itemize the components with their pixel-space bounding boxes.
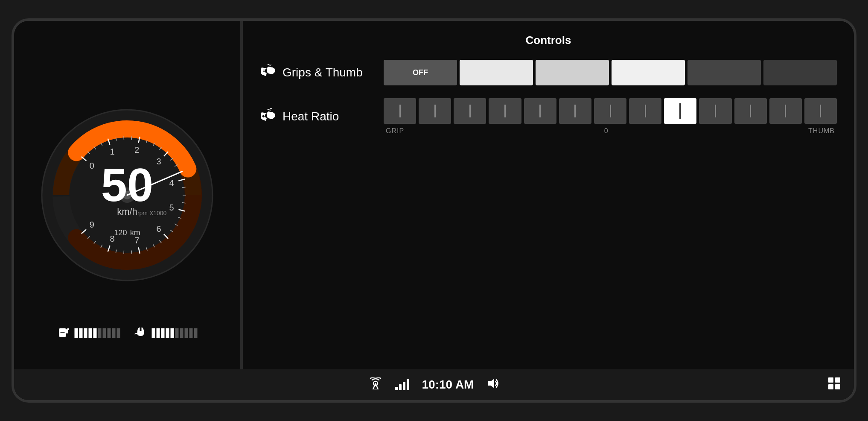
fuel-bars [74,328,120,338]
signal-bar-3 [403,382,405,390]
svg-line-37 [131,251,132,254]
signal-bar-1 [395,387,398,390]
svg-rect-66 [828,384,833,389]
heat-level-3-button[interactable] [612,60,685,85]
signal-bar-4 [407,379,409,390]
speedometer: 0123456789 50 km/h rpm X1000 120 km [38,105,217,285]
distance-value: 120 [114,228,127,237]
heat-off-button[interactable]: OFF [384,60,457,85]
ratio-segment-4[interactable] [524,98,556,124]
heat-level-2-button[interactable] [536,60,609,85]
svg-rect-64 [828,377,833,383]
ratio-segment-2[interactable] [454,98,486,124]
connection-icon [369,377,382,392]
grips-thumb-label-area: Grips & Thumb [260,64,371,82]
grid-icon[interactable] [827,377,841,393]
speed-value: 50 [101,161,153,208]
heat-level-4-button[interactable] [687,60,761,85]
svg-rect-54 [60,332,64,333]
ratio-segment-0[interactable] [384,98,416,124]
svg-text:3: 3 [157,157,161,166]
distance-display: 120 km [114,225,140,238]
ratio-segment-6[interactable] [594,98,626,124]
svg-rect-53 [67,328,69,330]
svg-text:9: 9 [90,220,94,229]
heat-ratio-label: Heat Ratio [283,110,339,123]
heat-selector: OFF [384,60,837,85]
svg-text:6: 6 [157,224,161,234]
ratio-segment-1[interactable] [419,98,451,124]
signal-bar-2 [399,384,402,390]
ratio-segment-5[interactable] [559,98,591,124]
temp-icon [133,325,148,342]
svg-text:1: 1 [110,147,114,156]
speed-display: 50 km/h [101,161,153,217]
distance-unit: km [130,228,140,237]
grip-label: GRIP [386,127,404,135]
svg-text:0: 0 [90,161,94,170]
svg-text:2: 2 [134,145,139,155]
heat-ratio-label-area: Heat Ratio [260,108,371,126]
main-content: 0123456789 50 km/h rpm X1000 120 km [14,21,854,369]
status-bar: 10:10 AM [14,369,854,400]
thumb-label: THUMB [808,127,835,135]
heat-ratio-icon [260,108,276,126]
svg-rect-65 [835,377,840,383]
heat-ratio-container: GRIP 0 THUMB [384,98,837,135]
ratio-segment-7[interactable] [629,98,661,124]
ratio-segment-9[interactable] [699,98,731,124]
heat-ratio-row: Heat Ratio GRIP 0 THUMB [260,98,837,135]
ratio-slider-track[interactable] [384,98,837,124]
grips-thumb-label: Grips & Thumb [283,66,363,79]
temp-bars [151,328,197,338]
ratio-labels: GRIP 0 THUMB [384,127,837,135]
grips-icon [260,64,276,82]
grips-thumb-row: Grips & Thumb OFF [260,60,837,85]
volume-icon[interactable] [486,377,499,392]
center-label: 0 [604,127,609,135]
svg-line-9 [131,136,132,140]
rpm-label: rpm X1000 [137,210,166,216]
bottom-gauges [26,325,229,342]
ratio-segment-10[interactable] [734,98,767,124]
right-panel: Controls [243,21,854,369]
fuel-gauge [57,325,120,342]
device-frame: 0123456789 50 km/h rpm X1000 120 km [12,18,856,403]
controls-title: Controls [260,34,837,47]
left-panel: 0123456789 50 km/h rpm X1000 120 km [14,21,240,369]
status-time: 10:10 AM [422,378,474,392]
fuel-icon [57,325,71,342]
ratio-segment-3[interactable] [489,98,521,124]
svg-rect-56 [138,331,143,333]
ratio-segment-11[interactable] [769,98,802,124]
ratio-segment-8[interactable] [664,98,696,124]
ratio-segment-12[interactable] [804,98,837,124]
heat-level-5-button[interactable] [763,60,837,85]
heat-level-1-button[interactable] [460,60,533,85]
signal-bars [395,379,409,390]
svg-text:5: 5 [169,203,174,212]
svg-text:4: 4 [169,178,174,187]
svg-rect-67 [835,384,840,389]
temp-gauge [133,325,197,342]
